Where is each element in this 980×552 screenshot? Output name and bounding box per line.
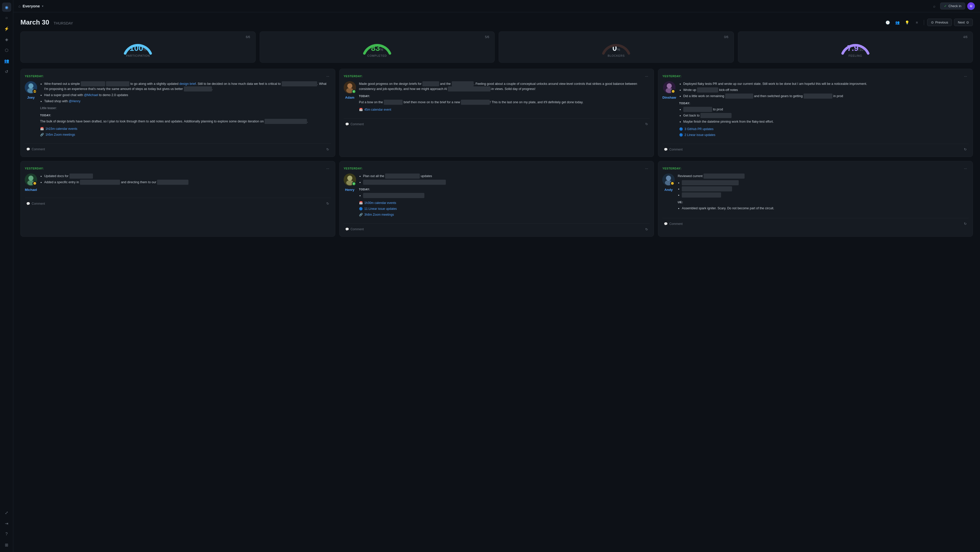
meta-calendar-adam[interactable]: 📅 45m calendar event [359,107,650,112]
sidebar-icon-activity[interactable]: ⚡ [2,24,11,33]
meta-github-dinshaw[interactable]: 🔵 3 GitHub PR updates [679,127,867,132]
meta-linear-henry[interactable]: 🔵 11 Linear issue updates [359,206,446,211]
comment-btn-joey[interactable]: 💬 Comment [25,147,46,152]
comment-label-dinshaw: Comment [669,148,682,151]
body-michael: Updated docs for ████ ██████ Added a spe… [40,174,188,186]
comment-btn-henry[interactable]: 💬 Comment [344,227,365,232]
date-actions: 🕐 👥 💡 ≡ ⊙ Previous Next ⊙ [884,19,973,26]
svg-point-4 [347,83,352,88]
comment-btn-adam[interactable]: 💬 Comment [344,121,365,127]
blurred: ████ ████ [384,100,402,105]
checkin-button[interactable]: ✓ Check in [940,3,965,10]
card-michael: YESTERDAY: ··· 😊 Michael [21,161,335,237]
ue-label-andy: UE: [678,200,774,205]
blurred: ████ ██████ [70,174,93,179]
more-btn-dinshaw[interactable]: ··· [963,73,969,79]
blurred: ████ ████ █████ [700,113,732,118]
bulb-icon-btn[interactable]: 💡 [904,19,911,26]
meta-linear-dinshaw[interactable]: 🔵 2 Linear issue updates [679,132,867,137]
refresh-btn-andy[interactable]: ↻ [963,221,969,227]
yesterday-label-adam: YESTERDAY: [344,75,363,78]
calendar-text-adam: 45m calendar event [364,107,391,112]
comment-btn-michael[interactable]: 💬 Comment [25,201,46,206]
blurred: ████ ████ ████ [683,107,712,112]
sidebar-icon-grid[interactable]: ⊞ [2,540,11,549]
meta-calendar-joey[interactable]: 📅 1h15m calendar events [40,126,331,131]
emoji-dinshaw: 😊 [671,89,675,94]
refresh-btn-joey[interactable]: ↻ [325,146,331,152]
more-btn-michael[interactable]: ··· [325,165,331,171]
body-henry: Plan out all the ███████████ ████ update… [359,174,446,217]
stat-completed: 5/6 83% COMPLETED [260,32,495,62]
sidebar-icon-question[interactable]: ? [2,530,11,539]
refresh-btn-dinshaw[interactable]: ↻ [963,147,969,153]
comment-label-andy: Comment [669,222,682,226]
content-area: March 30 THURSDAY 🕐 👥 💡 ≡ ⊙ Previous Nex… [13,12,980,552]
meta-links-joey: 📅 1h15m calendar events 🔗 1h5m Zoom meet… [40,126,331,137]
sidebar-icon-send[interactable]: ⇥ [2,519,11,528]
clock-icon-btn[interactable]: 🕐 [884,19,892,26]
svg-point-10 [29,175,33,181]
avatar-wrap-joey: 😎 [25,81,37,94]
username-andy: Andy [664,188,673,191]
card-meta-andy: YESTERDAY: ··· [662,165,969,171]
sidebar-icon-expand[interactable]: ⤢ [2,508,11,517]
blurred: ████ ████ ███████████ ████████████ ████ [363,180,446,185]
comment-icon: 💬 [26,147,30,151]
meta-calendar-henry[interactable]: 📅 1h30m calendar events [359,201,446,206]
card-footer-joey: 💬 Comment ↻ [25,144,331,152]
refresh-btn-henry[interactable]: ↻ [643,226,649,232]
card-dinshaw: YESTERDAY: ··· 😊 Dinshaw [658,69,973,157]
card-footer-henry: 💬 Comment ↻ [344,223,650,232]
sidebar-icon-circle[interactable]: ○ [2,13,11,22]
linear-text-dinshaw: 2 Linear issue updates [684,132,716,137]
sidebar-icon-people[interactable]: 👥 [2,56,11,65]
user-avatar[interactable]: U [967,2,975,10]
yesterday-label-andy: YESTERDAY: [662,167,681,170]
design-brief-link[interactable]: design brief [179,82,196,86]
prev-label: Previous [935,21,948,24]
people-icon-btn[interactable]: 👥 [894,19,901,26]
sidebar-icon-refresh[interactable]: ↺ [2,67,11,76]
comment-btn-andy[interactable]: 💬 Comment [662,221,684,227]
next-label: Next [958,21,965,24]
sidebar-icon-home[interactable]: ◉ [2,3,11,12]
more-btn-andy[interactable]: ··· [963,165,969,171]
gauge-2 [601,37,632,55]
day-label: 30 [42,18,49,26]
search-button[interactable]: ⌕ [931,2,938,10]
card-meta-joey: YESTERDAY: ··· [25,73,331,79]
verified-henry: ✓ [352,182,356,186]
more-btn-henry[interactable]: ··· [643,165,649,171]
username-adam: Adam [345,96,355,99]
blurred: ████████ █████ ██ [282,81,317,86]
today-text-joey: The bulk of design briefs have been draf… [40,119,331,124]
avatar-wrap-andy: 😊 [662,174,675,186]
stat-fraction-2: 0/6 [724,35,729,39]
comment-label-michael: Comment [32,202,45,206]
check-icon: ✓ [944,4,947,8]
blurred: ████ ████ █████████ [80,180,120,185]
prev-icon: ⊙ [931,21,934,24]
card-footer-adam: 💬 Comment ↻ [344,118,650,127]
topbar-title: Everyone [22,4,40,8]
blurred: ████ █████ [697,88,718,93]
meta-zoom-henry[interactable]: 🔗 3h8m Zoom meetings [359,212,446,217]
comment-btn-dinshaw[interactable]: 💬 Comment [662,147,684,152]
menu-icon-btn[interactable]: ≡ [913,19,921,26]
blurred: ████ ███ █████ ████████████ [682,180,739,185]
yesterday-label-henry: YESTERDAY: [344,167,363,170]
next-button[interactable]: Next ⊙ [954,19,973,26]
previous-button[interactable]: ⊙ Previous [927,19,952,26]
username-dinshaw: Dinshaw [662,96,676,99]
body-andy: Reviewed current ████ ████ ████ █████ ██… [678,174,774,212]
sidebar-icon-diamond[interactable]: ◈ [2,35,11,44]
more-btn-adam[interactable]: ··· [643,73,649,79]
refresh-btn-michael[interactable]: ↻ [325,201,331,207]
more-btn-joey[interactable]: ··· [325,73,331,79]
refresh-btn-adam[interactable]: ↻ [643,121,649,127]
username-michael: Michael [25,188,37,191]
calendar-icon-adam: 📅 [359,107,363,112]
sidebar-icon-hex[interactable]: ⬡ [2,45,11,55]
meta-zoom-joey[interactable]: 🔗 1h5m Zoom meetings [40,132,331,137]
